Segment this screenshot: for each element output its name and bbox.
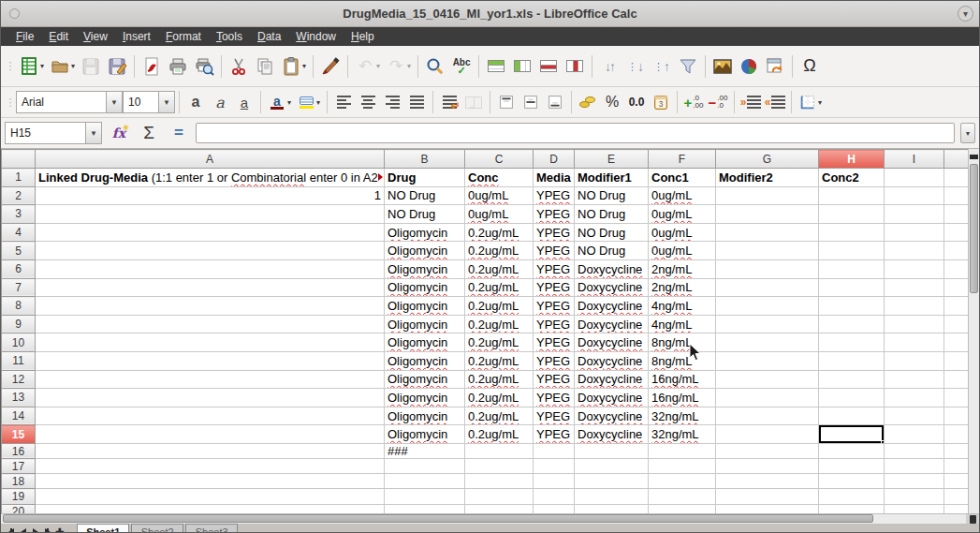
cell-G3[interactable] [716, 205, 819, 224]
column-header-B[interactable]: B [385, 150, 465, 169]
select-all-corner[interactable] [2, 150, 36, 169]
borders-button-dropdown-icon[interactable]: ▾ [818, 98, 822, 107]
delete-decimal-button[interactable]: −.00.0 [706, 89, 730, 115]
cell-I6[interactable] [885, 259, 944, 278]
cell-D16[interactable] [534, 443, 575, 458]
cell-G8[interactable] [716, 297, 819, 316]
cell-H19[interactable] [819, 489, 885, 504]
cell-A13[interactable] [36, 389, 385, 407]
decrease-indent-button[interactable]: « [763, 89, 787, 115]
date-format-button[interactable]: 3 [649, 89, 673, 115]
cell-partial[interactable] [944, 504, 969, 513]
align-right-button[interactable] [380, 89, 404, 115]
row-header-9[interactable]: 9 [2, 315, 36, 333]
cell-B18[interactable] [385, 474, 465, 489]
cell-I4[interactable] [885, 223, 944, 242]
formula-button[interactable]: = [166, 118, 192, 148]
cell-partial[interactable] [944, 242, 969, 260]
italic-button[interactable]: a [208, 89, 232, 115]
cell-G5[interactable] [716, 242, 819, 260]
cell-A12[interactable] [36, 370, 385, 389]
cell-partial[interactable] [944, 297, 969, 316]
column-header-G[interactable]: G [716, 150, 819, 169]
add-decimal-button[interactable]: +.0.00 [681, 89, 706, 115]
cell-E1[interactable]: Modifier1 [575, 169, 649, 187]
insert-row-button[interactable] [483, 52, 509, 81]
font-size-combobox-value[interactable]: 10 [123, 91, 158, 113]
cell-G6[interactable] [716, 259, 819, 278]
toolbar-drag-handle[interactable]: ⋮ [5, 60, 14, 72]
row-header-12[interactable]: 12 [2, 370, 36, 389]
cell-F4[interactable]: 0ug/mL [649, 223, 716, 242]
insert-sheet-icon[interactable]: ✚ [55, 528, 64, 533]
cell-D3[interactable]: YPEG [534, 205, 575, 224]
cell-G16[interactable] [716, 443, 819, 458]
cell-partial[interactable] [944, 443, 969, 458]
cell-F5[interactable]: 0ug/mL [649, 242, 716, 260]
insert-column-button[interactable] [509, 52, 535, 81]
cell-B8[interactable]: Oligomycin [385, 297, 465, 316]
cell-B16[interactable]: ### [385, 443, 465, 458]
cell-A18[interactable] [36, 474, 385, 489]
cell-G13[interactable] [716, 389, 819, 407]
row-header-20[interactable]: 20 [2, 504, 36, 513]
cell-F13[interactable]: 16ng/mL [649, 389, 716, 407]
cell-E9[interactable]: Doxycycline [575, 315, 649, 333]
row-header-18[interactable]: 18 [2, 474, 36, 489]
cell-H14[interactable] [819, 407, 885, 425]
bold-button[interactable]: a [183, 89, 208, 115]
vertical-scrollbar-thumb[interactable] [970, 164, 978, 293]
name-box-value[interactable]: H15 [5, 122, 85, 144]
cell-B14[interactable]: Oligomycin [385, 407, 465, 425]
cell-F14[interactable]: 32ng/mL [649, 407, 716, 425]
cell-G1[interactable]: Modifier2 [716, 169, 819, 187]
cell-C19[interactable] [465, 489, 534, 504]
cell-partial[interactable] [944, 474, 969, 489]
cell-G12[interactable] [716, 370, 819, 389]
menu-file[interactable]: File [8, 28, 41, 45]
special-character-button[interactable]: Ω [797, 52, 823, 81]
row-header-8[interactable]: 8 [2, 297, 36, 316]
cell-D9[interactable]: YPEG [534, 315, 575, 333]
font-color-button-dropdown-icon[interactable]: ▾ [287, 98, 291, 107]
menu-format[interactable]: Format [158, 28, 209, 45]
cell-C20[interactable] [465, 504, 534, 513]
cell-C18[interactable] [465, 474, 534, 489]
sheet-tab-sheet3[interactable]: Sheet3 [185, 524, 238, 533]
insert-pivot-button[interactable] [762, 52, 788, 81]
cell-D18[interactable] [534, 474, 575, 489]
cell-F3[interactable]: 0ug/mL [649, 205, 716, 224]
cell-H17[interactable] [819, 459, 885, 474]
cut-button[interactable] [226, 52, 252, 81]
cell-I16[interactable] [885, 443, 944, 458]
open-button[interactable]: ▾ [47, 52, 78, 81]
column-header-I[interactable]: I [885, 150, 944, 169]
autofilter-button[interactable] [675, 52, 701, 81]
redo-button-dropdown-icon[interactable]: ▾ [407, 62, 411, 70]
cell-E12[interactable]: Doxycycline [575, 370, 649, 389]
cell-C8[interactable]: 0.2ug/mL [465, 297, 534, 316]
align-left-button[interactable] [331, 89, 356, 115]
cell-H10[interactable] [819, 333, 885, 352]
cell-partial[interactable] [944, 223, 969, 242]
sheet-tab-sheet1[interactable]: Sheet1 [77, 524, 129, 533]
cell-B4[interactable]: Oligomycin [385, 223, 465, 242]
cell-I1[interactable] [885, 169, 944, 187]
row-header-1[interactable]: 1 [2, 169, 36, 187]
sort-ascending-button[interactable]: ⋮↓ [622, 52, 649, 81]
cell-B9[interactable]: Oligomycin [385, 315, 465, 333]
cell-D10[interactable]: YPEG [534, 333, 575, 352]
cell-A2[interactable]: 1 [36, 186, 385, 205]
sheet-tab-sheet2[interactable]: Sheet2 [131, 524, 183, 533]
cell-E3[interactable]: NO Drug [575, 205, 649, 224]
row-header-10[interactable]: 10 [2, 333, 36, 352]
cell-I17[interactable] [885, 459, 944, 474]
cell-G18[interactable] [716, 474, 819, 489]
cell-I15[interactable] [885, 425, 944, 444]
cell-C4[interactable]: 0.2ug/mL [465, 223, 534, 242]
cell-A5[interactable] [36, 242, 385, 260]
cell-D11[interactable]: YPEG [534, 351, 575, 370]
cell-E16[interactable] [575, 443, 649, 458]
cell-I12[interactable] [885, 370, 944, 389]
cell-D5[interactable]: YPEG [534, 242, 575, 260]
